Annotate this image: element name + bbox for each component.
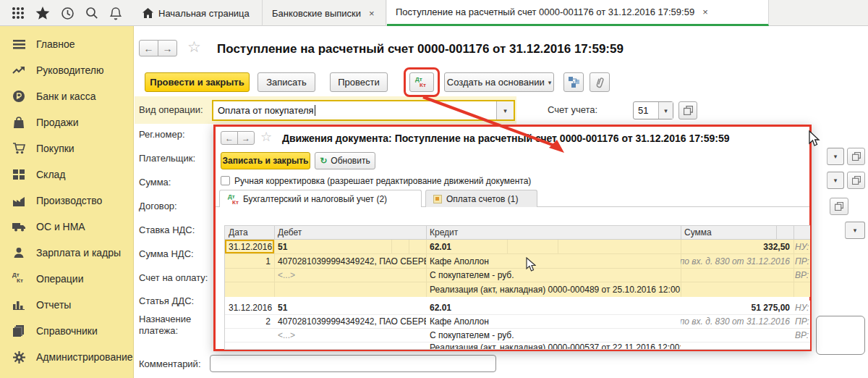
sidebar-item-purchases[interactable]: Покупки <box>0 135 133 161</box>
field-label-contract: Договор: <box>139 201 177 211</box>
cell-debit-detail[interactable]: 40702810399994349242, ПАО СБЕРБАНК <box>274 254 426 268</box>
apps-grid-icon[interactable] <box>12 7 25 20</box>
sidebar-item-label: Производство <box>36 195 102 206</box>
search-icon[interactable] <box>85 7 98 20</box>
post-and-close-button[interactable]: Провести и закрыть <box>145 72 250 92</box>
contract-open-button[interactable] <box>847 172 865 189</box>
save-and-close-button[interactable]: Записать и закрыть <box>221 152 310 169</box>
table-row[interactable]: 31.12.2016 51 62.01 51 275,00 НУ: <box>225 301 810 315</box>
document-title: Поступление на расчетный счет 0000-00117… <box>217 42 624 56</box>
field-label-sum: Сумма: <box>139 177 171 188</box>
cell-debit-account[interactable]: 51 <box>274 301 426 314</box>
table-row[interactable]: <...> С покупателем - руб. ВР: <box>225 269 810 282</box>
cell-debit-account[interactable]: 51 <box>274 240 399 253</box>
sidebar-item-bank-cash[interactable]: Банк и касса <box>0 83 133 109</box>
tab-home[interactable]: Начальная страница <box>134 0 263 26</box>
sidebar-item-administration[interactable]: Администрирование <box>0 344 133 370</box>
sidebar-item-salary-hr[interactable]: Зарплата и кадры <box>0 240 133 266</box>
cell-debit-empty[interactable]: <...> <box>274 269 426 282</box>
manual-adjustment-checkbox[interactable] <box>221 176 230 185</box>
tab-accounting-tax[interactable]: ДтКт Бухгалтерский и налоговый учет (2) <box>219 190 422 207</box>
create-based-on-label: Создать на основании <box>447 77 545 88</box>
refresh-button[interactable]: ↻ Обновить <box>315 152 375 169</box>
tab-bank-statements[interactable]: Банковские выписки × <box>263 0 386 26</box>
tab-receipt-document[interactable]: Поступление на расчетный счет 0000-00117… <box>387 0 769 26</box>
tab-close-icon[interactable]: × <box>702 7 708 17</box>
cell-credit-detail[interactable]: Кафе Аполлон <box>426 315 681 328</box>
payment-purpose-input[interactable] <box>816 316 865 355</box>
structure-icon <box>569 77 579 88</box>
table-row[interactable]: <...> С покупателем - руб. ВР: <box>225 329 810 343</box>
cell-credit-detail3[interactable]: Реализация (акт, накладная) 0000-000489 … <box>426 282 681 297</box>
dropdown-arrow[interactable]: ▾ <box>845 222 865 239</box>
sidebar-item-reports[interactable]: Отчеты <box>0 292 133 318</box>
col-header-debit[interactable]: Дебет <box>274 226 426 239</box>
table-row[interactable]: 31.12.2016 51 62.01 332,50 НУ: <box>225 240 810 254</box>
save-button[interactable]: Записать <box>258 72 315 92</box>
history-icon[interactable] <box>61 7 75 20</box>
sidebar-item-manager[interactable]: Руководителю <box>0 57 133 83</box>
books-icon <box>12 324 26 338</box>
dialog-forward-button[interactable]: → <box>237 131 255 145</box>
cell-credit-detail3[interactable]: Реализация (акт, накладная) 0000-000537 … <box>426 343 681 350</box>
movement-group-1[interactable]: 31.12.2016 51 62.01 332,50 НУ: 1 4070281… <box>225 240 810 297</box>
operation-type-combo[interactable]: Оплата от покупателя ▾ <box>212 100 515 121</box>
dropdown-arrow-icon[interactable]: ▾ <box>496 101 514 119</box>
sidebar-item-directories[interactable]: Справочники <box>0 318 133 344</box>
show-movements-dtkt-button[interactable]: ДтКт <box>409 72 434 92</box>
back-button[interactable]: ← <box>139 40 158 56</box>
cell-debit-detail[interactable]: 40702810399994349242, ПАО СБЕРБАНК <box>274 315 426 328</box>
open-button[interactable] <box>830 198 848 215</box>
payer-dropdown-arrow[interactable]: ▾ <box>827 148 844 165</box>
ruble-circle-icon <box>12 89 26 104</box>
report-structure-button[interactable] <box>563 72 584 92</box>
cell-credit-account[interactable]: 62.01 <box>426 301 681 314</box>
forward-button[interactable]: → <box>158 40 177 56</box>
cell-date[interactable]: 31.12.2016 <box>225 240 274 253</box>
create-based-on-button[interactable]: Создать на основании ▾ <box>444 72 554 92</box>
table-row[interactable]: Реализация (акт, накладная) 0000-000489 … <box>225 282 810 297</box>
sidebar-item-sales[interactable]: Продажи <box>0 109 133 135</box>
dropdown-arrow-icon[interactable]: ▾ <box>658 102 673 119</box>
table-row[interactable]: 1 40702810399994349242, ПАО СБЕРБАНК Каф… <box>225 254 810 269</box>
account-combo[interactable]: 51 ▾ <box>633 101 673 119</box>
col-header-credit[interactable]: Кредит <box>426 226 681 239</box>
field-label-cashflow-item: Статья ДДС: <box>139 295 194 306</box>
cell-debit-empty[interactable]: <...> <box>274 329 426 342</box>
cell-sum[interactable]: 51 275,00 <box>681 301 793 314</box>
cell-sum-detail: по вх. д. 830 от 31.12.2016 <box>681 315 793 328</box>
account-open-button[interactable] <box>678 101 697 119</box>
cell-nu: НУ: <box>793 301 810 314</box>
tab-close-icon[interactable]: × <box>369 8 375 19</box>
cell-sum[interactable]: 332,50 <box>681 240 793 253</box>
sidebar-item-operations[interactable]: ДтКт Операции <box>0 266 133 292</box>
post-button[interactable]: Провести <box>330 72 388 92</box>
cell-credit-account[interactable]: 62.01 <box>426 240 681 253</box>
attachments-button[interactable] <box>590 72 610 92</box>
tab-label: Поступление на расчетный счет 0000-00117… <box>396 7 694 17</box>
favorites-star-icon[interactable] <box>35 7 50 20</box>
tab-invoice-payment[interactable]: Оплата счетов (1) <box>425 190 537 207</box>
movement-group-2[interactable]: 31.12.2016 51 62.01 51 275,00 НУ: 2 4070… <box>225 301 810 350</box>
refresh-label: Обновить <box>331 156 370 166</box>
open-link-icon <box>852 152 861 161</box>
sidebar-item-main[interactable]: Главное <box>0 31 133 57</box>
boxes-grid-icon <box>12 167 26 182</box>
dialog-back-button[interactable]: ← <box>221 131 238 145</box>
sidebar-item-warehouse[interactable]: Склад <box>0 161 133 188</box>
contract-dropdown-arrow[interactable]: ▾ <box>827 172 844 189</box>
table-row[interactable]: 2 40702810399994349242, ПАО СБЕРБАНК Каф… <box>225 315 810 329</box>
dialog-favorite-star-icon[interactable]: ☆ <box>260 129 272 145</box>
notifications-bell-icon[interactable] <box>109 7 122 20</box>
payer-open-button[interactable] <box>847 148 865 165</box>
cell-credit-detail2[interactable]: С покупателем - руб. <box>426 269 681 282</box>
cell-credit-detail[interactable]: Кафе Аполлон <box>426 254 681 268</box>
sidebar-item-production[interactable]: Производство <box>0 188 133 214</box>
comment-input[interactable] <box>210 355 496 372</box>
table-row[interactable]: Реализация (акт, накладная) 0000-000537 … <box>225 343 810 350</box>
sidebar-item-fixed-assets[interactable]: ОС и НМА <box>0 214 133 240</box>
favorite-star-icon[interactable]: ☆ <box>187 38 201 56</box>
cell-date[interactable]: 31.12.2016 <box>225 301 274 314</box>
col-header-date[interactable]: Дата <box>225 226 274 239</box>
cell-credit-detail2[interactable]: С покупателем - руб. <box>426 329 681 342</box>
